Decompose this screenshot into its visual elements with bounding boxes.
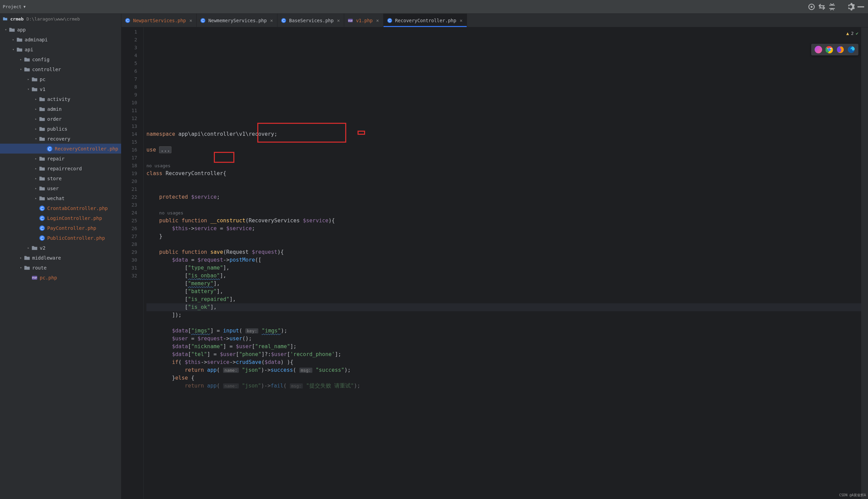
tree-folder[interactable]: ▸store: [0, 173, 121, 183]
tree-folder[interactable]: ▸order: [0, 114, 121, 124]
line-number[interactable]: 22: [121, 193, 137, 201]
chevron-right-icon[interactable]: ▸: [25, 77, 32, 81]
code-line[interactable]: if( $this->service->crudSave($data) ){: [146, 358, 861, 366]
tree-folder[interactable]: ▾controller: [0, 64, 121, 74]
line-number[interactable]: 12: [121, 114, 137, 122]
chevron-right-icon[interactable]: ▸: [33, 157, 39, 160]
line-number[interactable]: 11: [121, 107, 137, 114]
code-editor[interactable]: ▲ 2 ✔ namespace app\api\controller: [144, 27, 861, 499]
code-line[interactable]: no usages: [146, 162, 861, 170]
tree-folder[interactable]: ▸wechat: [0, 193, 121, 203]
code-line[interactable]: [146, 319, 861, 327]
editor-tab[interactable]: CNewpartServices.php×: [121, 14, 197, 27]
code-line[interactable]: $data["imgs"] = input( key: "imgs");: [146, 327, 861, 335]
line-number[interactable]: 19: [121, 170, 137, 178]
line-number[interactable]: 31: [121, 264, 137, 272]
chevron-right-icon[interactable]: ▸: [33, 97, 39, 101]
tree-file[interactable]: ▸CLoginController.php: [0, 213, 121, 223]
line-number[interactable]: 21: [121, 185, 137, 193]
code-line[interactable]: ["is_onbao"],: [146, 272, 861, 280]
tree-file[interactable]: ▸CRecoveryController.php: [0, 144, 121, 154]
code-line[interactable]: [146, 178, 861, 185]
code-line[interactable]: [146, 122, 861, 130]
code-line[interactable]: $data["nickname"] = $user["real_name"];: [146, 343, 861, 351]
tree-file[interactable]: ▸PHPpc.php: [0, 272, 121, 282]
close-icon[interactable]: ×: [375, 17, 379, 24]
tree-file[interactable]: ▸CCrontabController.php: [0, 203, 121, 213]
line-number[interactable]: 24: [121, 209, 137, 217]
line-number[interactable]: 5: [121, 60, 137, 68]
line-number[interactable]: 26: [121, 225, 137, 233]
chevron-right-icon[interactable]: ▸: [33, 196, 39, 200]
code-line[interactable]: [146, 241, 861, 248]
line-number[interactable]: 8: [121, 83, 137, 91]
tree-folder[interactable]: ▸middleware: [0, 253, 121, 263]
line-number[interactable]: 18: [121, 162, 137, 170]
chevron-down-icon[interactable]: ▾: [10, 48, 16, 51]
line-number[interactable]: 7: [121, 75, 137, 83]
edge-icon[interactable]: [847, 46, 855, 53]
phpstorm-icon[interactable]: [815, 46, 822, 53]
chevron-right-icon[interactable]: ▸: [18, 58, 24, 61]
tree-folder[interactable]: ▸adminapi: [0, 35, 121, 45]
inspection-widget[interactable]: ▲ 2 ✔: [846, 29, 858, 37]
tree-folder[interactable]: ▸repairrecord: [0, 163, 121, 173]
code-line[interactable]: [146, 185, 861, 193]
line-number[interactable]: 23: [121, 201, 137, 209]
code-line[interactable]: ["memery"],: [146, 280, 861, 288]
code-line[interactable]: namespace app\api\controller\v1\recovery…: [146, 130, 861, 138]
code-line[interactable]: ["is_ok"],: [146, 303, 861, 311]
line-number[interactable]: 14: [121, 130, 137, 138]
code-line[interactable]: public function __construct(RecoveryServ…: [146, 217, 861, 225]
line-number[interactable]: 9: [121, 91, 137, 99]
chevron-down-icon[interactable]: ▾: [25, 87, 32, 91]
chevron-down-icon[interactable]: ▾: [18, 266, 24, 269]
chevron-right-icon[interactable]: ▸: [10, 38, 16, 41]
gear-icon[interactable]: [846, 2, 855, 11]
code-line[interactable]: }: [146, 233, 861, 241]
code-line[interactable]: [146, 201, 861, 209]
code-line[interactable]: protected $service;: [146, 193, 861, 201]
code-line[interactable]: $this->service = $service;: [146, 225, 861, 233]
tree-folder[interactable]: ▾api: [0, 45, 121, 54]
code-line[interactable]: class RecoveryController{: [146, 170, 861, 178]
chevron-right-icon[interactable]: ▸: [33, 177, 39, 180]
line-number[interactable]: 16: [121, 146, 137, 154]
editor-tab[interactable]: CBaseServices.php×: [277, 14, 344, 27]
close-icon[interactable]: ×: [459, 17, 463, 24]
line-number[interactable]: 13: [121, 122, 137, 130]
line-number[interactable]: 28: [121, 241, 137, 248]
project-tree[interactable]: ▾app▸adminapi▾api▸config▾controller▸pc▾v…: [0, 24, 121, 282]
close-icon[interactable]: ×: [189, 17, 193, 24]
code-line[interactable]: $data = $request->postMore([: [146, 256, 861, 264]
tree-folder[interactable]: ▸user: [0, 183, 121, 193]
tree-folder[interactable]: ▸publics: [0, 124, 121, 134]
editor-tab[interactable]: CRecoveryController.php×: [384, 14, 467, 27]
chevron-down-icon[interactable]: ▾: [33, 137, 39, 141]
project-root[interactable]: crmeb D:\laragon\www\crmeb: [0, 14, 121, 24]
code-line[interactable]: public function save(Request $request){: [146, 248, 861, 256]
code-line[interactable]: use ...: [146, 146, 861, 154]
line-number[interactable]: 25: [121, 217, 137, 225]
close-icon[interactable]: ×: [269, 17, 274, 24]
code-line[interactable]: no usages: [146, 209, 861, 217]
tree-folder[interactable]: ▾recovery: [0, 134, 121, 144]
code-line[interactable]: return app( name: "json")->fail( msg: "提…: [146, 382, 861, 390]
line-number[interactable]: 6: [121, 68, 137, 75]
tree-folder[interactable]: ▸pc: [0, 74, 121, 84]
line-number[interactable]: 2: [121, 36, 137, 44]
chrome-icon[interactable]: [825, 46, 833, 53]
code-line[interactable]: [146, 138, 861, 146]
tree-folder[interactable]: ▸admin: [0, 104, 121, 114]
code-line[interactable]: $data["tel"] = $user["phone"]?:$user['re…: [146, 351, 861, 358]
line-number[interactable]: 29: [121, 248, 137, 256]
hide-icon[interactable]: [856, 2, 865, 11]
tree-folder[interactable]: ▸activity: [0, 94, 121, 104]
chevron-right-icon[interactable]: ▸: [18, 256, 24, 259]
tree-file[interactable]: ▸CPayController.php: [0, 223, 121, 233]
firefox-icon[interactable]: [836, 46, 844, 53]
code-line[interactable]: ["is_repaired"],: [146, 295, 861, 303]
minimap[interactable]: [861, 27, 868, 499]
open-in-browser[interactable]: [811, 44, 858, 56]
code-line[interactable]: $user = $request->user();: [146, 335, 861, 343]
